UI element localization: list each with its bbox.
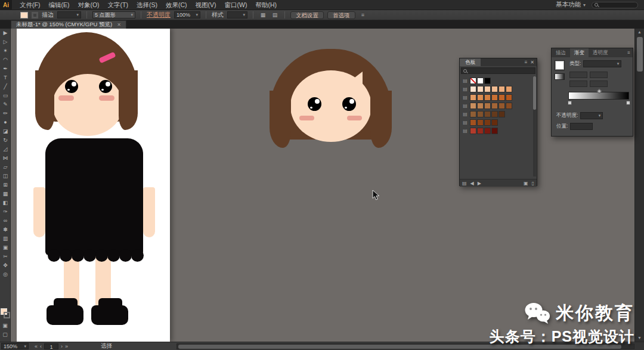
- girl-blush-right[interactable]: [99, 95, 114, 101]
- scale-tool[interactable]: ◿: [0, 145, 11, 154]
- swatch-chip[interactable]: [491, 128, 498, 134]
- canvas-area[interactable]: [11, 29, 634, 342]
- swatch-chip[interactable]: [484, 111, 491, 117]
- menu-item[interactable]: 对象(O): [73, 0, 103, 10]
- menu-item[interactable]: 窗口(W): [221, 0, 252, 10]
- swatch-chip[interactable]: [499, 103, 505, 109]
- workspace-switcher[interactable]: 基本功能 ▾: [556, 1, 586, 9]
- gradient-type-select[interactable]: ▾: [583, 60, 621, 67]
- search-box[interactable]: [592, 2, 638, 8]
- mesh-tool[interactable]: ▦: [0, 190, 11, 199]
- gradient-angle-field[interactable]: [569, 80, 587, 87]
- prev-artboard-button[interactable]: ‹: [40, 343, 42, 349]
- scrollbar-thumb[interactable]: [533, 76, 536, 110]
- dress-scallop[interactable]: [107, 249, 120, 262]
- direct-selection-tool[interactable]: ▷: [0, 38, 11, 47]
- swatch-chip[interactable]: [499, 94, 505, 101]
- menu-item[interactable]: 编辑(E): [44, 0, 73, 10]
- swatch-chip[interactable]: [470, 111, 476, 117]
- gradient-stop-right[interactable]: [626, 101, 630, 105]
- perspective-grid-tool[interactable]: ⊞: [0, 181, 11, 190]
- gradient-stop-left[interactable]: [568, 101, 572, 105]
- swatch-group-icon[interactable]: ▤: [462, 128, 469, 134]
- swatch-chip[interactable]: [470, 94, 476, 101]
- swatch-chip[interactable]: [477, 111, 484, 117]
- swatch-group-icon[interactable]: ▤: [462, 86, 469, 92]
- swatch-chip[interactable]: [506, 86, 512, 92]
- panel-menu-icon[interactable]: ≡: [525, 60, 528, 65]
- swatch-search-field[interactable]: [461, 67, 535, 74]
- scroll-up-icon[interactable]: ▲: [637, 29, 642, 36]
- swatch-chip[interactable]: [491, 86, 498, 92]
- width-tool[interactable]: ⋈: [0, 154, 11, 163]
- slice-tool[interactable]: ✂: [0, 252, 11, 261]
- app-logo-icon[interactable]: Ai: [0, 0, 12, 10]
- swatch-chip[interactable]: [484, 78, 491, 84]
- swatch-chip[interactable]: [484, 128, 491, 134]
- fill-color-chip[interactable]: [20, 12, 28, 18]
- scrollbar-thumb[interactable]: [637, 37, 643, 72]
- panel-tab[interactable]: 透明度: [589, 48, 612, 57]
- opacity-label[interactable]: 不透明度: [147, 11, 171, 19]
- menu-item[interactable]: 选择(S): [132, 0, 162, 10]
- swatch-chip[interactable]: [470, 128, 476, 134]
- swatch-chip[interactable]: [477, 128, 484, 134]
- magic-wand-tool[interactable]: ✶: [0, 47, 11, 55]
- rotate-tool[interactable]: ↻: [0, 136, 11, 145]
- panel-menu-icon[interactable]: ≡: [359, 12, 367, 18]
- head-drawing-blush-left[interactable]: [299, 116, 314, 120]
- swatch-chip[interactable]: [477, 103, 484, 109]
- stroke-weight-select[interactable]: ▾: [57, 11, 81, 18]
- stroke-color-chip[interactable]: [32, 12, 38, 18]
- swatch-chip[interactable]: [506, 103, 512, 109]
- fill-stroke-indicator[interactable]: [0, 308, 11, 319]
- artboard-tool[interactable]: ▣: [0, 243, 11, 252]
- dress-scallop[interactable]: [72, 249, 84, 262]
- swatch-chip[interactable]: [491, 111, 498, 117]
- swatch-chip[interactable]: [484, 119, 491, 126]
- gradient-option-field[interactable]: [590, 72, 608, 78]
- gradient-opacity-select[interactable]: ▾: [580, 112, 603, 119]
- menu-item[interactable]: 视图(V): [191, 0, 221, 10]
- artboard[interactable]: [17, 29, 170, 342]
- libraries-icon[interactable]: ▤: [462, 181, 467, 186]
- girl-shoe-right[interactable]: [91, 305, 128, 325]
- lasso-tool[interactable]: ◠: [0, 55, 11, 64]
- panel-menu-icon[interactable]: ≡: [627, 50, 633, 55]
- menu-item[interactable]: 文字(T): [104, 0, 132, 10]
- menu-item[interactable]: 效果(C): [162, 0, 191, 10]
- dress-scallop[interactable]: [60, 249, 72, 262]
- dress-scallop[interactable]: [83, 249, 96, 262]
- swatch-chip[interactable]: [491, 103, 498, 109]
- girl-eye-left[interactable]: [65, 80, 78, 93]
- gradient-fill-chip[interactable]: [555, 60, 565, 70]
- scrollbar-thumb[interactable]: [178, 345, 621, 349]
- eyedropper-tool[interactable]: ✑: [0, 207, 11, 216]
- head-drawing-hair-lock-right[interactable]: [370, 91, 392, 148]
- swatch-chip[interactable]: [484, 103, 491, 109]
- head-drawing-eye-left[interactable]: [308, 97, 321, 111]
- close-icon[interactable]: ✕: [117, 22, 121, 27]
- swatch-chip[interactable]: [491, 94, 498, 101]
- swatch-group-icon[interactable]: ▤: [462, 95, 469, 100]
- preferences-button[interactable]: 首选项: [327, 11, 355, 19]
- swatch-chip[interactable]: [477, 86, 484, 92]
- swatch-chip[interactable]: [470, 86, 476, 92]
- swatch-group-icon[interactable]: ▤: [462, 78, 469, 83]
- paintbrush-tool[interactable]: ✎: [0, 100, 11, 109]
- swatch-group-icon[interactable]: ▤: [462, 111, 469, 117]
- type-tool[interactable]: T: [0, 73, 11, 82]
- rectangle-tool[interactable]: ▭: [0, 91, 11, 100]
- blob-brush-tool[interactable]: ●: [0, 118, 11, 127]
- document-setup-button[interactable]: 文档设置: [290, 11, 324, 19]
- blend-tool[interactable]: ∞: [0, 216, 11, 225]
- swatch-chip[interactable]: [499, 111, 505, 117]
- swatch-chip[interactable]: [484, 94, 491, 101]
- shape-builder-tool[interactable]: ◫: [0, 172, 11, 181]
- dress-scallop[interactable]: [95, 249, 108, 262]
- swatches-panel-header[interactable]: 色板 ≡ ✕: [460, 58, 537, 66]
- selection-tool[interactable]: ▶: [0, 29, 11, 38]
- first-artboard-button[interactable]: «: [35, 343, 38, 349]
- screen-mode[interactable]: ▢: [0, 330, 11, 339]
- next-artboard-button[interactable]: ›: [61, 343, 63, 349]
